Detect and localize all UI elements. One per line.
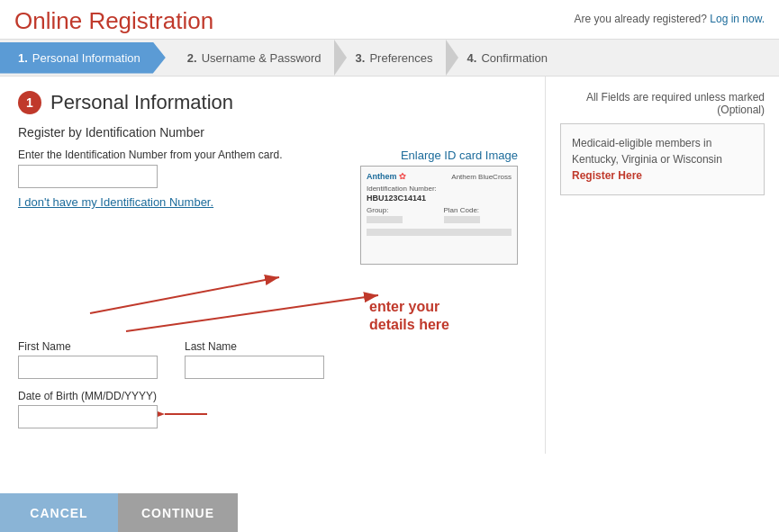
svg-text:enter your: enter your [369, 299, 439, 314]
register-here-link[interactable]: Register Here [572, 169, 642, 182]
enlarge-id-link[interactable]: Enlarge ID card Image [401, 149, 518, 162]
dob-label: Date of Birth (MM/DD/YYYY) [18, 390, 527, 402]
first-name-col: First Name [18, 340, 158, 379]
step-circle: 1 [18, 91, 41, 114]
last-name-input[interactable] [185, 356, 324, 379]
dob-arrow [158, 401, 212, 428]
dob-input[interactable] [18, 405, 158, 428]
sub-heading: Register by Identification Number [18, 125, 527, 140]
id-card-id-label: Identification Number: [367, 185, 512, 193]
card-bottom-bar [367, 229, 512, 236]
page-header: Online Registration Are you already regi… [0, 0, 779, 39]
first-name-input[interactable] [18, 356, 158, 379]
cancel-button[interactable]: CANCEL [0, 493, 118, 532]
member-label: Anthem BlueCross [451, 173, 512, 181]
svg-line-2 [90, 277, 279, 313]
anthem-logo: Anthem ✩ [367, 172, 406, 181]
required-note: All Fields are required unless marked (O… [560, 91, 765, 116]
id-section: Enter the Identification Number from you… [18, 149, 527, 265]
id-number-input[interactable] [18, 165, 158, 188]
main-content: 1 Personal Information Register by Ident… [0, 77, 545, 454]
sidebar-box: Medicaid-eligible members in Kentucky, V… [560, 123, 765, 195]
svg-line-3 [126, 295, 378, 331]
id-left: Enter the Identification Number from you… [18, 149, 360, 209]
wizard-arrow-3 [446, 40, 458, 76]
plan-label: Plan Code: [444, 206, 512, 214]
arrow-container: enter your details here [18, 268, 527, 340]
no-id-link[interactable]: I don't have my Identification Number. [18, 195, 360, 209]
plan-bar [444, 216, 480, 223]
id-right: Enlarge ID card Image Anthem ✩ Anthem Bl… [360, 149, 518, 265]
sidebar: All Fields are required unless marked (O… [545, 77, 779, 454]
wizard-step-1[interactable]: 1. Personal Information [0, 42, 166, 74]
name-row: First Name Last Name [18, 340, 527, 379]
svg-text:details here: details here [369, 317, 449, 332]
continue-button[interactable]: CONTINUE [118, 493, 238, 532]
section-header: 1 Personal Information [18, 91, 233, 114]
id-label: Enter the Identification Number from you… [18, 149, 360, 161]
section-title: Personal Information [50, 91, 233, 114]
wizard-arrow-2 [334, 40, 347, 76]
last-name-label: Last Name [185, 340, 324, 353]
first-name-label: First Name [18, 340, 158, 353]
id-card-id-value: HBU123C14141 [367, 194, 512, 203]
page-title: Online Registration [14, 7, 213, 35]
last-name-col: Last Name [185, 340, 324, 379]
wizard-steps: 1. Personal Information 2. Username & Pa… [0, 39, 779, 77]
id-card-image: Anthem ✩ Anthem BlueCross Identification… [360, 166, 518, 265]
group-label: Group: [367, 206, 435, 214]
login-prompt: Are you already registered? Log in now. [575, 7, 765, 25]
button-bar: CANCEL CONTINUE [0, 493, 238, 532]
wizard-step-4[interactable]: 4. Confirmation [458, 42, 561, 74]
wizard-step-3[interactable]: 3. Preferences [347, 42, 446, 74]
content-area: 1 Personal Information Register by Ident… [0, 77, 779, 454]
group-bar [367, 216, 403, 223]
wizard-step-2[interactable]: 2. Username & Password [166, 42, 334, 74]
dob-group: Date of Birth (MM/DD/YYYY) [18, 390, 527, 428]
red-arrow-svg: enter your details here [18, 268, 558, 340]
login-link[interactable]: Log in now. [710, 13, 765, 25]
